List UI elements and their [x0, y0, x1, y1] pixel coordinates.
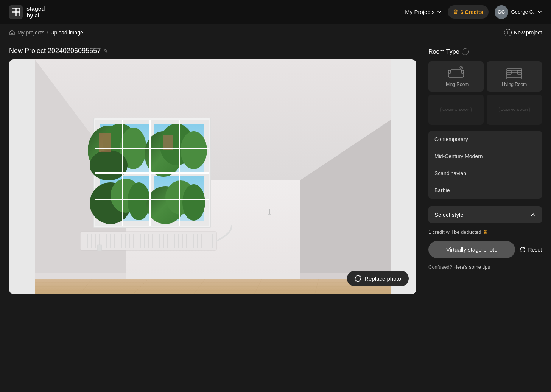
room-type-living-room-1[interactable]: Living Room	[428, 61, 484, 92]
svg-rect-100	[517, 70, 522, 74]
svg-rect-94	[451, 70, 461, 72]
stage-photo-button[interactable]: Virtually stage photo	[428, 241, 515, 258]
svg-rect-1	[16, 8, 20, 12]
bed-icon	[505, 66, 523, 79]
image-container: Replace photo	[9, 59, 416, 294]
logo-text: staged by ai	[26, 5, 45, 19]
home-icon	[9, 30, 15, 36]
svg-rect-3	[16, 12, 20, 16]
style-dropdown: Select style	[428, 206, 542, 223]
breadcrumb: My projects / Upload image	[9, 30, 83, 36]
credit-info: 1 credit will be deducted ♛	[428, 229, 542, 235]
edit-icon[interactable]: ✎	[104, 48, 108, 54]
crown-icon: ♛	[453, 8, 458, 16]
credits-button[interactable]: ♛ 6 Credits	[448, 5, 489, 19]
main-content: New Project 20240206095557 ✎	[0, 41, 551, 390]
svg-rect-99	[507, 70, 511, 74]
svg-point-33	[128, 182, 150, 220]
svg-rect-85	[35, 273, 126, 279]
svg-rect-38	[163, 135, 173, 150]
breadcrumb-bar: My projects / Upload image + New project	[0, 24, 551, 41]
logo-icon	[9, 5, 23, 19]
room-photo	[9, 59, 416, 294]
svg-rect-98	[507, 73, 522, 77]
chevron-up-icon	[531, 213, 536, 217]
avatar: GC	[495, 5, 508, 19]
left-panel: New Project 20240206095557 ✎	[9, 47, 416, 381]
room-type-header: Room Type i	[428, 48, 542, 55]
select-style-toggle[interactable]: Select style	[428, 206, 542, 223]
breadcrumb-home[interactable]: My projects	[17, 30, 45, 36]
svg-rect-86	[126, 273, 300, 279]
style-option-scandinavian[interactable]: Scandinavian	[428, 165, 542, 182]
sofa-icon	[447, 66, 465, 79]
right-panel: Room Type i Living Room	[428, 47, 542, 381]
new-project-button[interactable]: + New project	[504, 29, 542, 36]
style-option-contemporary[interactable]: Contemporary	[428, 131, 542, 148]
project-title-row: New Project 20240206095557 ✎	[9, 47, 416, 55]
breadcrumb-current: Upload image	[50, 30, 83, 36]
replace-icon	[355, 275, 361, 282]
svg-rect-2	[12, 12, 16, 16]
my-projects-button[interactable]: My Projects	[405, 9, 441, 15]
header-right: My Projects ♛ 6 Credits GC George C.	[405, 5, 542, 19]
tips-link[interactable]: Here's some tips	[454, 264, 490, 270]
style-option-barbie[interactable]: Barbie	[428, 182, 542, 199]
logo: staged by ai	[9, 5, 45, 19]
replace-photo-button[interactable]: Replace photo	[347, 271, 409, 286]
reset-icon	[520, 247, 526, 253]
room-type-living-room-2[interactable]: Living Room	[487, 61, 542, 92]
room-type-coming-soon-1: COMING SOON	[428, 95, 484, 125]
plus-circle-icon: +	[504, 29, 512, 36]
style-option-mid-century[interactable]: Mid-Century Modern	[428, 148, 542, 165]
svg-point-30	[181, 131, 207, 169]
svg-rect-0	[12, 8, 16, 12]
svg-point-36	[182, 184, 205, 221]
help-text: Confused? Here's some tips	[428, 264, 542, 270]
svg-point-27	[90, 150, 128, 180]
action-row: Virtually stage photo Reset	[428, 241, 542, 258]
crown-deduct-icon: ♛	[483, 229, 488, 235]
project-title: New Project 20240206095557	[9, 47, 101, 55]
svg-rect-101	[507, 69, 522, 70]
info-icon[interactable]: i	[462, 48, 469, 55]
user-menu-button[interactable]: GC George C.	[495, 5, 542, 19]
room-type-coming-soon-2: COMING SOON	[487, 95, 542, 125]
reset-button[interactable]: Reset	[520, 247, 542, 253]
style-options-list: Contemporary Mid-Century Modern Scandina…	[428, 131, 542, 199]
breadcrumb-sep: /	[47, 30, 48, 36]
svg-rect-90	[268, 214, 271, 215]
svg-rect-88	[97, 245, 102, 251]
room-type-grid: Living Room Living Room COMING SOON	[428, 61, 542, 125]
header: staged by ai My Projects ♛ 6 Credits GC …	[0, 0, 551, 24]
